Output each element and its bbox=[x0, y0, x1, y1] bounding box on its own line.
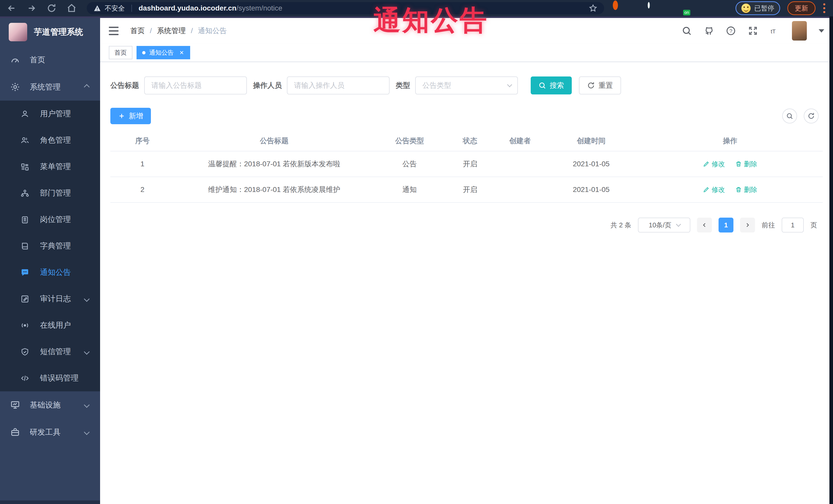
search-button[interactable]: 搜索 bbox=[531, 76, 572, 94]
avatar-caret-icon[interactable] bbox=[818, 29, 824, 32]
page-size-select[interactable]: 10条/页 bbox=[638, 218, 690, 233]
table-row: 1 温馨提醒：2018-07-01 若依新版本发布啦 公告 开启 2021-01… bbox=[110, 151, 823, 177]
users-icon bbox=[21, 136, 29, 145]
chrome-update-button[interactable]: 更新 bbox=[787, 1, 815, 15]
current-page-button[interactable]: 1 bbox=[718, 218, 733, 233]
search-icon[interactable] bbox=[682, 26, 692, 36]
operator-input[interactable] bbox=[287, 76, 389, 94]
trash-icon bbox=[735, 186, 742, 193]
tag-home[interactable]: 首页 bbox=[109, 46, 133, 59]
forward-icon[interactable] bbox=[27, 3, 37, 13]
notice-page: 公告标题 操作人员 类型 公告类型 bbox=[100, 62, 833, 504]
extension-drop-icon[interactable] bbox=[630, 3, 641, 13]
back-icon[interactable] bbox=[7, 3, 17, 13]
app: 芋道管理系统 首页 系统管理 用户管理 角色管理 bbox=[0, 18, 833, 504]
pencil-icon bbox=[703, 161, 710, 167]
chevron-down-icon bbox=[84, 349, 90, 355]
sidebar-item-system[interactable]: 系统管理 bbox=[0, 73, 100, 101]
user-avatar[interactable] bbox=[792, 21, 807, 41]
extension-leaf-icon[interactable] bbox=[700, 3, 710, 13]
notice-title-input[interactable] bbox=[144, 76, 247, 94]
sidebar-item-notice[interactable]: 通知公告 bbox=[0, 259, 100, 286]
refresh-icon bbox=[587, 81, 595, 89]
sidebar-item-label: 研发工具 bbox=[30, 427, 61, 437]
table-row: 2 维护通知：2018-07-01 若依系统凌晨维护 通知 开启 2021-01… bbox=[110, 177, 823, 203]
breadcrumb-system[interactable]: 系统管理 bbox=[157, 26, 186, 36]
edit-link[interactable]: 修改 bbox=[703, 160, 725, 169]
row-type: 公告 bbox=[374, 159, 445, 169]
sidebar-item-online-users[interactable]: 在线用户 bbox=[0, 312, 100, 338]
online-icon bbox=[21, 321, 29, 330]
sidebar-item-error-codes[interactable]: 错误码管理 bbox=[0, 365, 100, 391]
home-icon[interactable] bbox=[67, 3, 76, 13]
address-bar[interactable]: 不安全 dashboard.yudao.iocoder.cn/system/no… bbox=[87, 2, 604, 15]
sidebar-item-label: 基础设施 bbox=[30, 400, 61, 410]
add-button[interactable]: 新增 bbox=[110, 108, 151, 124]
reset-button[interactable]: 重置 bbox=[579, 76, 621, 94]
fullscreen-icon[interactable] bbox=[748, 26, 758, 36]
edit-label: 修改 bbox=[712, 160, 725, 169]
col-status: 状态 bbox=[445, 136, 495, 146]
delete-label: 删除 bbox=[744, 160, 757, 169]
github-icon[interactable] bbox=[704, 26, 714, 36]
sidebar-item-audit-log[interactable]: 审计日志 bbox=[0, 286, 100, 312]
row-time: 2021-01-05 bbox=[545, 160, 638, 168]
sidebar-item-departments[interactable]: 部门管理 bbox=[0, 180, 100, 206]
sidebar-item-roles[interactable]: 角色管理 bbox=[0, 127, 100, 153]
refresh-icon bbox=[808, 113, 815, 120]
security-warning-icon[interactable] bbox=[93, 4, 101, 12]
sidebar-item-users[interactable]: 用户管理 bbox=[0, 101, 100, 127]
main-area: 首页 / 系统管理 / 通知公告 ? tT 首页 bbox=[100, 18, 833, 504]
toggle-search-button[interactable] bbox=[782, 109, 797, 123]
extensions-puzzle-icon[interactable] bbox=[717, 3, 728, 13]
sidebar-item-sms[interactable]: 短信管理 bbox=[0, 338, 100, 365]
on-badge: on bbox=[683, 10, 690, 16]
filter-title-label: 公告标题 bbox=[110, 80, 139, 90]
prev-page-button[interactable] bbox=[697, 218, 712, 233]
extension-switch-icon[interactable]: on bbox=[683, 3, 693, 13]
code-icon bbox=[21, 374, 29, 383]
breadcrumb-home[interactable]: 首页 bbox=[130, 26, 145, 36]
edit-link[interactable]: 修改 bbox=[703, 185, 725, 194]
extension-gem-icon[interactable] bbox=[665, 3, 675, 13]
close-icon[interactable] bbox=[179, 50, 185, 55]
notice-type-select[interactable]: 公告类型 bbox=[415, 76, 518, 94]
sidebar-item-label: 菜单管理 bbox=[40, 162, 71, 172]
reload-icon[interactable] bbox=[47, 3, 56, 13]
tag-notice[interactable]: 通知公告 bbox=[137, 46, 190, 59]
sidebar-logo[interactable]: 芋道管理系统 bbox=[0, 18, 100, 46]
next-page-button[interactable] bbox=[740, 218, 755, 233]
font-size-icon[interactable]: tT bbox=[770, 26, 780, 36]
toolbox-icon bbox=[10, 427, 20, 437]
sidebar-item-menus[interactable]: 菜单管理 bbox=[0, 153, 100, 180]
filter-operator-group: 操作人员 bbox=[253, 76, 389, 94]
sidebar-item-label: 角色管理 bbox=[40, 135, 71, 145]
help-icon[interactable]: ? bbox=[726, 26, 736, 36]
sidebar-toggle-icon[interactable] bbox=[109, 27, 119, 35]
sidebar-item-posts[interactable]: 岗位管理 bbox=[0, 206, 100, 233]
row-status: 开启 bbox=[445, 159, 495, 169]
tags-bar: 首页 通知公告 bbox=[100, 44, 833, 62]
add-button-label: 新增 bbox=[129, 111, 143, 121]
badge-icon bbox=[21, 215, 29, 224]
sidebar-item-home[interactable]: 首页 bbox=[0, 46, 100, 73]
url-domain: dashboard.yudao.iocoder.cn bbox=[139, 4, 236, 12]
filter-operator-label: 操作人员 bbox=[253, 80, 282, 90]
browser-menu-icon[interactable] bbox=[823, 3, 825, 13]
refresh-table-button[interactable] bbox=[804, 109, 818, 123]
browser-profile-pill[interactable]: 已暂停 bbox=[736, 1, 780, 15]
sidebar-item-dictionary[interactable]: 字典管理 bbox=[0, 233, 100, 259]
extension-ring-icon[interactable] bbox=[613, 3, 623, 13]
delete-link[interactable]: 删除 bbox=[735, 160, 757, 169]
sidebar-item-infrastructure[interactable]: 基础设施 bbox=[0, 391, 100, 418]
bookmark-star-icon[interactable] bbox=[589, 4, 597, 13]
user-icon bbox=[21, 110, 29, 118]
log-edit-icon bbox=[21, 295, 29, 303]
extension-green-icon[interactable] bbox=[648, 3, 658, 13]
chevron-down-icon bbox=[507, 82, 512, 87]
sidebar-item-dev-tools[interactable]: 研发工具 bbox=[0, 418, 100, 446]
delete-link[interactable]: 删除 bbox=[735, 185, 757, 194]
breadcrumb-separator: / bbox=[150, 27, 152, 35]
goto-page-input[interactable] bbox=[782, 218, 804, 233]
url-path: /system/notice bbox=[236, 4, 282, 12]
